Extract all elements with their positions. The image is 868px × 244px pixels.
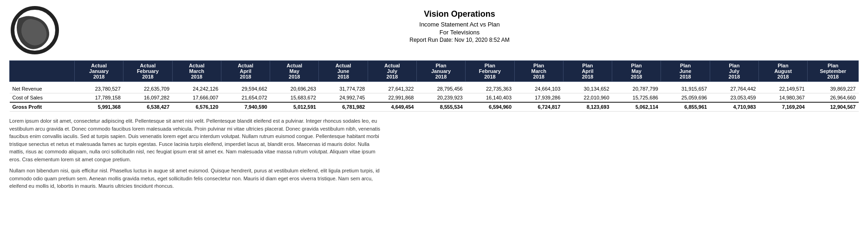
title-area: Vision Operations Income Statement Act v… bbox=[60, 5, 859, 43]
footer-paragraph-1: Nullam non bibendum nisi, quis efficitur… bbox=[9, 167, 381, 190]
cell-2-0: 5,991,368 bbox=[75, 102, 123, 112]
report-subtitle2: For Televisions bbox=[60, 29, 859, 36]
header-col-8: PlanFebruary2018 bbox=[466, 61, 514, 82]
logo-icon bbox=[9, 5, 60, 56]
cell-0-3: 29,594,662 bbox=[221, 85, 270, 93]
header-col-0: ActualJanuary2018 bbox=[75, 61, 123, 82]
header-section: Vision Operations Income Statement Act v… bbox=[9, 5, 859, 56]
cell-0-11: 20,787,799 bbox=[612, 85, 661, 93]
header-col-10: PlanApril2018 bbox=[563, 61, 612, 82]
header-col-7: PlanJanuary2018 bbox=[416, 61, 465, 82]
header-col-12: PlanJune2018 bbox=[661, 61, 710, 82]
report-run-date: Report Run Date: Nov 10, 2020 8:52 AM bbox=[60, 37, 859, 43]
cell-1-7: 20,239,923 bbox=[416, 93, 465, 103]
header-col-9: PlanMarch2018 bbox=[514, 61, 563, 82]
cell-0-13: 27,764,442 bbox=[710, 85, 758, 93]
cell-0-7: 28,795,456 bbox=[416, 85, 465, 93]
footer-text: Lorem ipsum dolor sit amet, consectetur … bbox=[9, 117, 381, 190]
cell-1-13: 23,053,459 bbox=[710, 93, 758, 103]
cell-0-4: 20,696,263 bbox=[270, 85, 319, 93]
header-col-13: PlanJuly2018 bbox=[710, 61, 758, 82]
cell-0-12: 31,915,657 bbox=[661, 85, 710, 93]
cell-0-5: 31,774,728 bbox=[319, 85, 368, 93]
cell-1-4: 15,683,672 bbox=[270, 93, 319, 103]
report-subtitle: Income Statement Act vs Plan bbox=[60, 21, 859, 28]
cell-1-12: 25,059,696 bbox=[661, 93, 710, 103]
cell-1-8: 16,140,403 bbox=[466, 93, 514, 103]
cell-1-2: 17,666,007 bbox=[172, 93, 221, 103]
cell-2-7: 8,555,534 bbox=[416, 102, 465, 112]
cell-1-11: 15,725,686 bbox=[612, 93, 661, 103]
footer-paragraph-0: Lorem ipsum dolor sit amet, consectetur … bbox=[9, 117, 381, 163]
header-col-6: ActualJuly2018 bbox=[368, 61, 416, 82]
header-col-2: ActualMarch2018 bbox=[172, 61, 221, 82]
header-col-5: ActualJune2018 bbox=[319, 61, 368, 82]
cell-2-12: 6,855,961 bbox=[661, 102, 710, 112]
cell-0-0: 23,780,527 bbox=[75, 85, 123, 93]
header-col-15: PlanSeptember2018 bbox=[808, 61, 859, 82]
cell-0-6: 27,641,322 bbox=[368, 85, 416, 93]
header-col-14: PlanAugust2018 bbox=[758, 61, 807, 82]
header-col-4: ActualMay2018 bbox=[270, 61, 319, 82]
cell-0-9: 24,664,103 bbox=[514, 85, 563, 93]
table-row: Gross Profit5,991,3686,538,4276,576,1207… bbox=[10, 102, 859, 112]
table-header-row: ActualJanuary2018ActualFebruary2018Actua… bbox=[10, 61, 859, 82]
header-col-1: ActualFebruary2018 bbox=[123, 61, 172, 82]
header-col-3: ActualApril2018 bbox=[221, 61, 270, 82]
cell-2-14: 7,169,204 bbox=[758, 102, 807, 112]
row-label-0: Net Revenue bbox=[10, 85, 75, 93]
cell-0-8: 22,735,363 bbox=[466, 85, 514, 93]
cell-1-5: 24,992,745 bbox=[319, 93, 368, 103]
header-label-col bbox=[10, 61, 75, 82]
cell-2-13: 4,710,983 bbox=[710, 102, 758, 112]
cell-0-10: 30,134,652 bbox=[563, 85, 612, 93]
report-title: Vision Operations bbox=[60, 9, 859, 19]
cell-2-8: 6,594,960 bbox=[466, 102, 514, 112]
row-label-2: Gross Profit bbox=[10, 102, 75, 112]
cell-2-11: 5,062,114 bbox=[612, 102, 661, 112]
cell-0-15: 39,869,227 bbox=[808, 85, 859, 93]
cell-2-3: 7,940,590 bbox=[221, 102, 270, 112]
cell-2-2: 6,576,120 bbox=[172, 102, 221, 112]
table-row: Net Revenue23,780,52722,635,70924,242,12… bbox=[10, 85, 859, 93]
cell-1-6: 22,991,868 bbox=[368, 93, 416, 103]
cell-2-10: 8,123,693 bbox=[563, 102, 612, 112]
cell-1-10: 22,010,960 bbox=[563, 93, 612, 103]
page-container: Vision Operations Income Statement Act v… bbox=[0, 0, 868, 198]
cell-1-3: 21,654,072 bbox=[221, 93, 270, 103]
cell-1-0: 17,789,158 bbox=[75, 93, 123, 103]
cell-2-15: 12,904,567 bbox=[808, 102, 859, 112]
cell-0-1: 22,635,709 bbox=[123, 85, 172, 93]
row-label-1: Cost of Sales bbox=[10, 93, 75, 103]
cell-0-14: 22,149,571 bbox=[758, 85, 807, 93]
cell-1-14: 14,980,367 bbox=[758, 93, 807, 103]
cell-2-1: 6,538,427 bbox=[123, 102, 172, 112]
cell-1-1: 16,097,282 bbox=[123, 93, 172, 103]
header-col-11: PlanMay2018 bbox=[612, 61, 661, 82]
table-row: Cost of Sales17,789,15816,097,28217,666,… bbox=[10, 93, 859, 103]
logo-area bbox=[9, 5, 60, 56]
data-table: ActualJanuary2018ActualFebruary2018Actua… bbox=[9, 60, 859, 112]
cell-2-5: 6,781,982 bbox=[319, 102, 368, 112]
cell-2-4: 5,012,591 bbox=[270, 102, 319, 112]
cell-1-15: 26,964,660 bbox=[808, 93, 859, 103]
cell-1-9: 17,939,286 bbox=[514, 93, 563, 103]
cell-2-6: 4,649,454 bbox=[368, 102, 416, 112]
cell-2-9: 6,724,817 bbox=[514, 102, 563, 112]
cell-0-2: 24,242,126 bbox=[172, 85, 221, 93]
